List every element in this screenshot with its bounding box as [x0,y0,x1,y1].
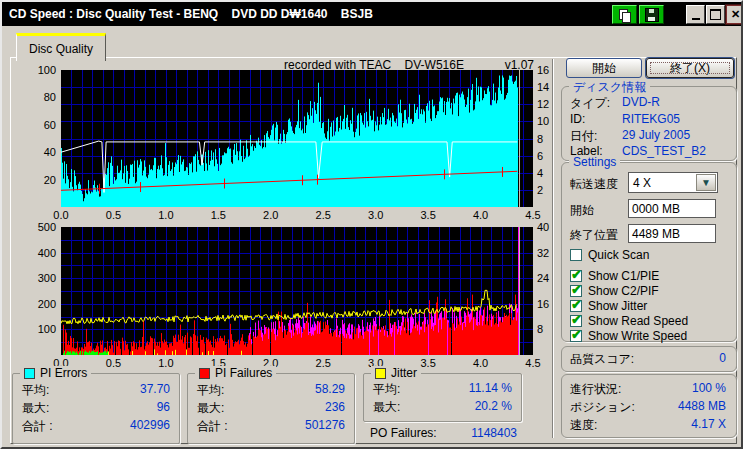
disc-date-label: 日付: [570,128,597,145]
checked-checkbox-icon[interactable]: ✔ [570,270,582,282]
pie-avg-label: 平均: [22,382,49,399]
axis-tick-label: 14 [537,81,549,93]
checkbox-show-jitter[interactable]: ✔Show Jitter [570,299,647,313]
axis-tick-label: 1.0 [158,357,173,369]
checkbox-show-c2-pif[interactable]: ✔Show C2/PIF [570,284,659,298]
axis-tick-label: 80 [44,91,56,103]
axis-tick-label: 1.0 [158,209,173,221]
tab-label: Disc Quality [29,42,93,56]
checkbox-label: Show C1/PIE [588,269,659,283]
axis-tick-label: 8 [537,323,543,335]
pie-total-label: 合計 : [22,418,53,435]
chevron-down-icon[interactable]: ▼ [696,174,716,191]
save-button[interactable] [639,5,664,24]
checkbox-label: Show C2/PIF [588,284,659,298]
unchecked-checkbox-icon[interactable] [570,249,582,261]
axis-tick-label: 200 [38,298,56,310]
disc-type-value: DVD-R [622,95,660,109]
close-icon: ✕ [731,8,740,21]
axis-tick-label: 500 [38,221,56,233]
checkbox-show-read-speed[interactable]: ✔Show Read Speed [570,314,688,328]
checkbox-quick-scan[interactable]: Quick Scan [570,248,649,262]
axis-tick-label: 2 [537,184,543,196]
panel-separator [552,59,554,438]
exit-button[interactable]: 終了(X) [646,58,734,78]
axis-tick-label: 10 [537,115,549,127]
pie-total-value: 402996 [130,418,170,432]
po-failures-value: 1148403 [447,426,517,440]
axis-tick-label: 0.0 [53,209,68,221]
checkbox-label: Quick Scan [588,248,649,262]
axis-tick-label: 60 [44,119,56,131]
start-position-label: 開始 [570,202,594,219]
speed-status-value: 4.17 X [691,417,726,431]
axis-tick-label: 100 [38,64,56,76]
axis-tick-label: 3.0 [368,209,383,221]
jitter-legend-box: Jitter 平均: 11.14 % 最大: 20.2 % [363,373,522,422]
disc-info-groupbox: ディスク情報 タイプ: DVD-R ID: RITEKG05 日付: 29 Ju… [561,86,737,161]
minimize-icon [692,18,700,20]
tab-disc-quality[interactable]: Disc Quality [16,33,106,61]
window-title: CD Speed : Disc Quality Test - BENQ DVD … [2,7,373,21]
disc-id-value: RITEKG05 [622,112,680,126]
progress-groupbox: 進行状況: 100 % ポジション: 4488 MB 速度: 4.17 X [561,374,737,438]
pi-errors-legend-box: PI Errors 平均: 37.70 最大: 96 合計 : 402996 [12,373,180,444]
disc-id-label: ID: [570,112,585,126]
speed-select[interactable]: 4 X ▼ [628,172,718,193]
axis-tick-label: 400 [38,247,56,259]
pif-avg-value: 58.29 [315,382,345,396]
position-label: ポジション: [570,399,635,416]
disc-label-value: CDS_TEST_B2 [622,144,706,158]
progress-value: 100 % [692,381,726,395]
quality-score-value: 0 [719,351,726,365]
copy-to-clipboard-button[interactable] [612,5,637,24]
pif-avg-label: 平均: [197,382,224,399]
axis-tick-label: 3.5 [420,209,435,221]
axis-tick-label: 0.5 [106,209,121,221]
axis-tick-label: 4.0 [473,209,488,221]
disc-date-value: 29 July 2005 [622,128,690,142]
axis-tick-label: 3.5 [420,357,435,369]
quality-score-label: 品質スコア: [570,351,634,368]
jitter-avg-value: 11.14 % [469,381,512,395]
settings-title: Settings [569,155,620,169]
pi-failures-legend-title: PI Failures [215,366,272,380]
axis-tick-label: 40 [537,221,549,233]
checkbox-label: Show Jitter [588,299,647,313]
checkbox-show-c1-pie[interactable]: ✔Show C1/PIE [570,269,659,283]
axis-tick-label: 300 [38,272,56,284]
close-button[interactable]: ✕ [726,5,743,24]
axis-tick-label: 4.5 [525,357,540,369]
maximize-button[interactable] [706,5,725,24]
pi-errors-color-swatch [24,368,35,379]
checkbox-label: Show Write Speed [588,329,687,343]
pi-failures-color-swatch [199,368,210,379]
axis-tick-label: 2.0 [263,209,278,221]
quality-score-groupbox: 品質スコア: 0 [561,346,737,372]
axis-tick-label: 24 [537,272,549,284]
start-position-field[interactable]: 0000 MB [628,199,716,218]
axis-tick-label: 16 [537,298,549,310]
checked-checkbox-icon[interactable]: ✔ [570,300,582,312]
checked-checkbox-icon[interactable]: ✔ [570,285,582,297]
copy-icon [619,9,630,21]
checked-checkbox-icon[interactable]: ✔ [570,330,582,342]
floppy-disk-icon [645,8,659,22]
jitter-avg-label: 平均: [373,381,400,398]
axis-tick-label: 12 [537,98,549,110]
axis-tick-label: 8 [537,133,543,145]
axis-tick-label: 2.5 [316,357,331,369]
axis-tick-label: 40 [44,146,56,158]
checkbox-show-write-speed[interactable]: ✔Show Write Speed [570,329,687,343]
end-position-label: 終了位置 [570,227,618,244]
speed-selected-value: 4 X [633,176,651,190]
start-button[interactable]: 開始 [566,58,642,78]
minimize-button[interactable] [686,5,705,24]
checkbox-label: Show Read Speed [588,314,688,328]
end-position-field[interactable]: 4489 MB [628,224,716,243]
disc-type-label: タイプ: [570,95,610,112]
checked-checkbox-icon[interactable]: ✔ [570,315,582,327]
speed-status-label: 速度: [570,417,597,434]
axis-tick-label: 0.5 [106,357,121,369]
pif-total-label: 合計 : [197,418,228,435]
